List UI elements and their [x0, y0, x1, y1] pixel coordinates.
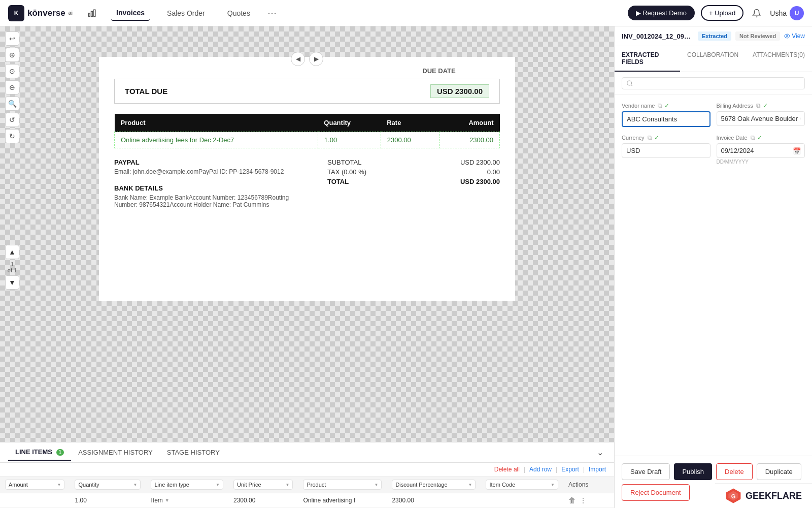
- analytics-icon[interactable]: [85, 6, 99, 20]
- ptab-collaboration[interactable]: COLLABORATION: [680, 46, 746, 72]
- logo-icon: K: [8, 5, 24, 21]
- delete-button[interactable]: Delete: [716, 463, 753, 480]
- tax-value: 0.00: [487, 168, 500, 176]
- date-format-label: DD/MM/YYYY: [717, 159, 805, 165]
- rotate-right-button[interactable]: ↻: [5, 129, 19, 143]
- save-draft-button[interactable]: Save Draft: [622, 463, 670, 480]
- col-product: Product: [115, 114, 318, 132]
- li-col-quantity: Quantity ▼: [70, 477, 146, 493]
- line-items-table-wrap: Amount ▼ Quantity ▼: [0, 477, 614, 508]
- currency-block: Currency ⧉ ✓: [622, 134, 710, 165]
- delete-all-button[interactable]: Delete all: [494, 466, 520, 473]
- billing-address-input[interactable]: [717, 111, 805, 126]
- tab-assignment-history[interactable]: ASSIGNMENT HISTORY: [71, 444, 160, 460]
- request-demo-button[interactable]: ▶ Request Demo: [628, 6, 695, 20]
- row-rate: 2300.00: [381, 132, 439, 148]
- chevron-down-icon: ▼: [165, 498, 170, 503]
- row-amount: 2300.00: [439, 132, 499, 148]
- check-icon[interactable]: ✓: [664, 102, 669, 109]
- nav-sales-order[interactable]: Sales Order: [162, 6, 210, 20]
- extracted-badge: Extracted: [698, 31, 731, 41]
- copy-icon[interactable]: ⧉: [751, 134, 755, 141]
- notification-icon[interactable]: [750, 6, 764, 20]
- li-col-rate: Unit Price ▼: [228, 477, 298, 493]
- copy-icon[interactable]: ⧉: [648, 134, 652, 141]
- invoice-table: Product Quantity Rate Amount Online adve…: [114, 114, 500, 148]
- check-icon[interactable]: ✓: [763, 102, 768, 109]
- avatar: U: [790, 6, 804, 20]
- zoom-out-button[interactable]: ⊖: [5, 80, 19, 94]
- doc-id: INV_0012024_12_09_12_5...: [622, 33, 694, 40]
- view-link[interactable]: View: [784, 33, 805, 40]
- prev-doc-button[interactable]: ◀: [291, 52, 305, 66]
- logo[interactable]: K kōnverse ai: [8, 5, 73, 21]
- amount-type-dropdown[interactable]: Amount ▼: [5, 480, 64, 490]
- item-code-dropdown[interactable]: Item Code ▼: [486, 480, 558, 490]
- publish-button[interactable]: Publish: [674, 463, 712, 480]
- reject-document-button[interactable]: Reject Document: [622, 484, 690, 501]
- chevron-down-icon: ▼: [468, 483, 472, 487]
- li-actions-cell: 🗑 ⋮: [563, 493, 614, 508]
- zoom-in-button[interactable]: ⊕: [5, 48, 19, 62]
- right-panel: INV_0012024_12_09_12_5... Extracted Not …: [614, 26, 812, 508]
- more-menu-icon[interactable]: ⋯: [267, 8, 277, 19]
- undo-button[interactable]: ↩: [5, 31, 19, 46]
- search-doc-button[interactable]: 🔍: [5, 97, 19, 111]
- currency-input[interactable]: [622, 143, 710, 158]
- tab-stage-history[interactable]: STAGE HISTORY: [160, 444, 227, 460]
- import-button[interactable]: Import: [589, 466, 606, 473]
- eye-icon: [784, 33, 790, 39]
- total-due-bar: TOTAL DUE USD 2300.00: [114, 79, 500, 104]
- page-number: 1of 1: [8, 261, 17, 273]
- topnav: K kōnverse ai Invoices Sales Order Quote…: [0, 0, 812, 26]
- geekflare-logo: G GEEKFLARE: [725, 488, 802, 504]
- svg-rect-0: [88, 13, 90, 17]
- more-row-button[interactable]: ⋮: [580, 496, 587, 504]
- svg-rect-2: [94, 10, 95, 17]
- duplicate-button[interactable]: Duplicate: [757, 463, 801, 480]
- chevron-down-icon: ▼: [216, 483, 220, 487]
- copy-icon[interactable]: ⧉: [658, 102, 662, 109]
- ptab-attachments[interactable]: ATTACHMENTS(0): [746, 46, 812, 72]
- bank-detail: Bank Name: Example BankAccount Number: 1…: [114, 194, 307, 208]
- doc-tools: ↩ ⊕ ⊙ ⊖ 🔍 ↺ ↻: [5, 31, 19, 143]
- total-due-label: TOTAL DUE: [125, 87, 167, 96]
- upload-button[interactable]: + Upload: [701, 5, 743, 21]
- main-layout: ↩ ⊕ ⊙ ⊖ 🔍 ↺ ↻ ▲ 1of 1 ▼ ◀ ▶ DUE DATE: [0, 26, 812, 508]
- export-button[interactable]: Export: [561, 466, 579, 473]
- page-counter: ▲ 1of 1 ▼: [5, 245, 19, 290]
- payment-right: SUBTOTAL USD 2300.00 TAX (0.00 %) 0.00 T…: [307, 158, 500, 208]
- invoice-date-input[interactable]: [717, 143, 805, 158]
- user-badge[interactable]: Usha U: [770, 6, 804, 20]
- tax-label: TAX (0.00 %): [327, 168, 366, 176]
- collapse-button[interactable]: ⌄: [594, 447, 606, 459]
- rotate-left-button[interactable]: ↺: [5, 113, 19, 127]
- line-item-type-dropdown[interactable]: Line item type ▼: [151, 480, 223, 490]
- billing-address-label: Billing Address ⧉ ✓: [717, 102, 805, 109]
- add-row-button[interactable]: Add row: [529, 466, 552, 473]
- nav-invoices[interactable]: Invoices: [111, 6, 150, 21]
- page-up-button[interactable]: ▲: [5, 245, 19, 259]
- delete-row-button[interactable]: 🗑: [568, 496, 576, 504]
- tab-line-items[interactable]: LINE ITEMS 1: [8, 444, 71, 461]
- discount-dropdown[interactable]: Discount Percentage ▼: [392, 480, 476, 490]
- field-row-1: Vendor name ⧉ ✓ Billing Address ⧉ ✓: [622, 102, 805, 127]
- next-doc-button[interactable]: ▶: [309, 52, 323, 66]
- zoom-fit-button[interactable]: ⊙: [5, 64, 19, 78]
- nav-quotes[interactable]: Quotes: [222, 6, 255, 20]
- copy-icon[interactable]: ⧉: [756, 102, 761, 109]
- search-input[interactable]: [633, 80, 800, 87]
- li-col-actions: Actions: [563, 477, 614, 493]
- page-down-button[interactable]: ▼: [5, 275, 19, 290]
- ptab-extracted-fields[interactable]: EXTRACTED FIELDS: [615, 46, 680, 72]
- check-icon[interactable]: ✓: [757, 134, 762, 141]
- logo-ai-badge: ai: [69, 10, 73, 16]
- left-panel: ↩ ⊕ ⊙ ⊖ 🔍 ↺ ↻ ▲ 1of 1 ▼ ◀ ▶ DUE DATE: [0, 26, 614, 508]
- quantity-dropdown[interactable]: Quantity ▼: [75, 480, 141, 490]
- product-dropdown[interactable]: Product ▼: [303, 480, 382, 490]
- due-date-label: DUE DATE: [422, 67, 455, 75]
- li-col-product: Product ▼: [298, 477, 387, 493]
- check-icon[interactable]: ✓: [654, 134, 659, 141]
- rate-dropdown[interactable]: Unit Price ▼: [233, 480, 293, 490]
- vendor-name-input[interactable]: [622, 111, 710, 127]
